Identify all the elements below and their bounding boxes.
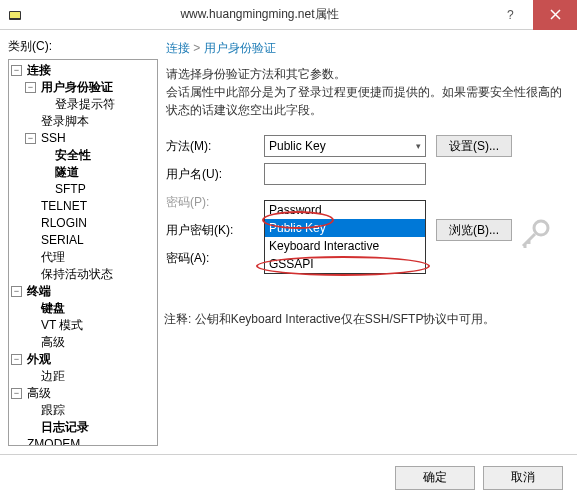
tree-item-label: 登录提示符 (53, 96, 117, 113)
method-dropdown-list[interactable]: PasswordPublic KeyKeyboard InteractiveGS… (264, 200, 426, 274)
tree-item-label: 登录脚本 (39, 113, 91, 130)
collapse-icon[interactable]: − (25, 133, 36, 144)
tree-item[interactable]: 隧道 (9, 164, 157, 181)
titlebar: www.huangmingming.net属性 ? (0, 0, 577, 30)
svg-point-3 (534, 221, 548, 235)
collapse-icon[interactable]: − (11, 286, 22, 297)
ok-button[interactable]: 确定 (395, 466, 475, 490)
category-label: 类别(C): (8, 38, 158, 55)
breadcrumb-sep: > (193, 41, 200, 55)
userkey-label: 用户密钥(K): (166, 222, 264, 239)
tree-item[interactable]: −外观 (9, 351, 157, 368)
username-input[interactable] (264, 163, 426, 185)
tree-item-label: TELNET (39, 198, 89, 215)
tree-item-label: 高级 (25, 385, 53, 402)
category-tree[interactable]: −连接−用户身份验证登录提示符登录脚本−SSH安全性隧道SFTPTELNETRL… (8, 59, 158, 446)
dropdown-option[interactable]: Password (265, 201, 425, 219)
window-title: www.huangmingming.net属性 (30, 6, 489, 23)
dropdown-option[interactable]: GSSAPI (265, 255, 425, 273)
tree-item-label: 安全性 (53, 147, 93, 164)
desc-line1: 请选择身份验证方法和其它参数。 (166, 65, 567, 83)
tree-item[interactable]: RLOGIN (9, 215, 157, 232)
tree-item[interactable]: TELNET (9, 198, 157, 215)
dropdown-option[interactable]: Public Key (265, 219, 425, 237)
method-combo[interactable]: Public Key ▾ (264, 135, 426, 157)
tree-item-label: 代理 (39, 249, 67, 266)
note-text: 注释: 公钥和Keyboard Interactive仅在SSH/SFTP协议中… (164, 273, 569, 328)
tree-item[interactable]: 日志记录 (9, 419, 157, 436)
tree-item-label: RLOGIN (39, 215, 89, 232)
breadcrumb: 连接 > 用户身份验证 (164, 38, 569, 65)
chevron-down-icon: ▾ (416, 141, 421, 151)
tree-item[interactable]: 保持活动状态 (9, 266, 157, 283)
help-button[interactable]: ? (489, 0, 533, 30)
browse-button[interactable]: 浏览(B)... (436, 219, 512, 241)
tree-item-label: SSH (39, 130, 68, 147)
tree-item-label: 日志记录 (39, 419, 91, 436)
tree-item[interactable]: −终端 (9, 283, 157, 300)
tree-item-label: 键盘 (39, 300, 67, 317)
tree-item[interactable]: 代理 (9, 249, 157, 266)
close-button[interactable] (533, 0, 577, 30)
description: 请选择身份验证方法和其它参数。 会话属性中此部分是为了登录过程更便捷而提供的。如… (164, 65, 569, 133)
tree-item[interactable]: −SSH (9, 130, 157, 147)
tree-item-label: 终端 (25, 283, 53, 300)
tree-item[interactable]: 键盘 (9, 300, 157, 317)
tree-item-label: 用户身份验证 (39, 79, 115, 96)
dropdown-option[interactable]: Keyboard Interactive (265, 237, 425, 255)
dialog-footer: 确定 取消 (0, 454, 577, 500)
tree-item-label: SERIAL (39, 232, 86, 249)
tree-item[interactable]: 安全性 (9, 147, 157, 164)
svg-rect-1 (10, 12, 20, 18)
key-icon (517, 216, 551, 253)
breadcrumb-a: 连接 (166, 41, 190, 55)
tree-item[interactable]: 边距 (9, 368, 157, 385)
tree-item[interactable]: −高级 (9, 385, 157, 402)
method-label: 方法(M): (166, 138, 264, 155)
tree-item[interactable]: 登录提示符 (9, 96, 157, 113)
tree-item[interactable]: ZMODEM (9, 436, 157, 446)
tree-item[interactable]: 登录脚本 (9, 113, 157, 130)
tree-item-label: VT 模式 (39, 317, 85, 334)
tree-item-label: 高级 (39, 334, 67, 351)
setup-button[interactable]: 设置(S)... (436, 135, 512, 157)
tree-item-label: SFTP (53, 181, 88, 198)
collapse-icon[interactable]: − (25, 82, 36, 93)
tree-item-label: 跟踪 (39, 402, 67, 419)
tree-item-label: 边距 (39, 368, 67, 385)
tree-item[interactable]: VT 模式 (9, 317, 157, 334)
tree-item-label: 保持活动状态 (39, 266, 115, 283)
collapse-icon[interactable]: − (11, 388, 22, 399)
tree-item[interactable]: SERIAL (9, 232, 157, 249)
password-label: 密码(P): (166, 194, 264, 211)
app-icon (0, 0, 30, 30)
breadcrumb-b: 用户身份验证 (204, 41, 276, 55)
collapse-icon[interactable]: − (11, 65, 22, 76)
tree-item[interactable]: −连接 (9, 62, 157, 79)
tree-item-label: ZMODEM (25, 436, 82, 446)
svg-text:?: ? (507, 9, 514, 21)
tree-item-label: 隧道 (53, 164, 81, 181)
cancel-button[interactable]: 取消 (483, 466, 563, 490)
username-label: 用户名(U): (166, 166, 264, 183)
collapse-icon[interactable]: − (11, 354, 22, 365)
method-value: Public Key (269, 139, 326, 153)
desc-line2: 会话属性中此部分是为了登录过程更便捷而提供的。如果需要安全性很高的状态的话建议您… (166, 83, 567, 119)
passphrase-label: 密码(A): (166, 250, 264, 267)
tree-item-label: 连接 (25, 62, 53, 79)
tree-item[interactable]: SFTP (9, 181, 157, 198)
tree-item[interactable]: −用户身份验证 (9, 79, 157, 96)
tree-item-label: 外观 (25, 351, 53, 368)
tree-item[interactable]: 跟踪 (9, 402, 157, 419)
tree-item[interactable]: 高级 (9, 334, 157, 351)
